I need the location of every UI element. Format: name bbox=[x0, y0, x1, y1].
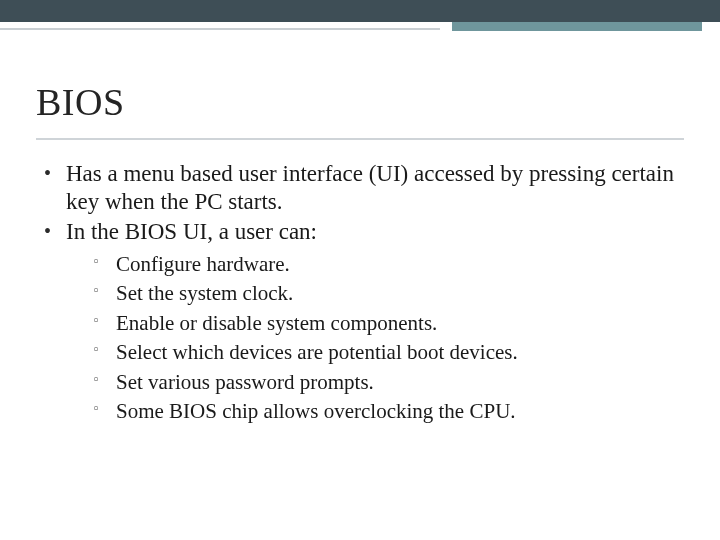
list-item: ▫ Select which devices are potential boo… bbox=[94, 338, 676, 366]
bullet-dot-icon: • bbox=[44, 160, 66, 216]
bullet-square-icon: ▫ bbox=[94, 309, 116, 337]
accent-block-right bbox=[452, 22, 702, 31]
bullet-square-icon: ▫ bbox=[94, 338, 116, 366]
title-area: BIOS bbox=[0, 32, 720, 132]
list-item: ▫ Enable or disable system components. bbox=[94, 309, 676, 337]
bullet-dot-icon: • bbox=[44, 218, 66, 246]
list-item-text: Enable or disable system components. bbox=[116, 309, 676, 337]
bullet-square-icon: ▫ bbox=[94, 397, 116, 425]
bullet-square-icon: ▫ bbox=[94, 279, 116, 307]
list-item-text: Configure hardware. bbox=[116, 250, 676, 278]
list-item: • Has a menu based user interface (UI) a… bbox=[44, 160, 676, 216]
slide-body: • Has a menu based user interface (UI) a… bbox=[0, 140, 720, 425]
list-item-text: In the BIOS UI, a user can: bbox=[66, 218, 676, 246]
list-item: ▫ Set various password prompts. bbox=[94, 368, 676, 396]
list-item: ▫ Set the system clock. bbox=[94, 279, 676, 307]
sub-list: ▫ Configure hardware. ▫ Set the system c… bbox=[94, 250, 676, 425]
bullet-square-icon: ▫ bbox=[94, 368, 116, 396]
list-item-text: Some BIOS chip allows overclocking the C… bbox=[116, 397, 676, 425]
bullet-square-icon: ▫ bbox=[94, 250, 116, 278]
header-accent bbox=[0, 22, 720, 32]
list-item: ▫ Some BIOS chip allows overclocking the… bbox=[94, 397, 676, 425]
list-item-text: Set various password prompts. bbox=[116, 368, 676, 396]
slide: BIOS • Has a menu based user interface (… bbox=[0, 0, 720, 540]
accent-line-left bbox=[0, 28, 440, 30]
slide-title: BIOS bbox=[36, 80, 684, 124]
list-item: ▫ Configure hardware. bbox=[94, 250, 676, 278]
list-item-text: Set the system clock. bbox=[116, 279, 676, 307]
header-bar bbox=[0, 0, 720, 22]
list-item-text: Has a menu based user interface (UI) acc… bbox=[66, 160, 676, 216]
list-item: • In the BIOS UI, a user can: bbox=[44, 218, 676, 246]
list-item-text: Select which devices are potential boot … bbox=[116, 338, 676, 366]
